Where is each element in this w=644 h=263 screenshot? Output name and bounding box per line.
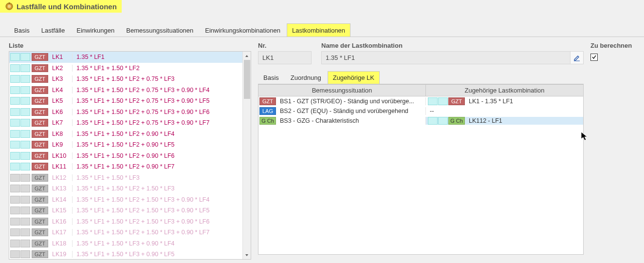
edit-name-button[interactable]: [570, 51, 584, 64]
list-item[interactable]: GZTLK41.35 * LF1 + 1.50 * LF2 + 0.75 * L…: [9, 85, 242, 96]
list-item[interactable]: GZTLK191.35 * LF1 + 1.50 * LF3 + 0.90 * …: [9, 249, 242, 259]
assignment-table-header: Bemessungssituation Zugehörige Lastkombi…: [258, 85, 583, 96]
assignment-row[interactable]: LAGBS2 - GZT (EQU) - Ständig und vorüber…: [258, 106, 583, 116]
combination-text: LK112 - LF1: [467, 117, 502, 124]
list-item[interactable]: GZTLK91.35 * LF1 + 1.50 * LF2 + 0.90 * L…: [9, 139, 242, 150]
combinations-list[interactable]: GZTLK11.35 * LF1GZTLK21.35 * LF1 + 1.50 …: [9, 51, 251, 260]
item-id: LK13: [51, 185, 73, 192]
item-description: 1.35 * LF1 + 1.50 * LF2 + 0.90 * LF4: [73, 131, 175, 137]
item-description: 1.35 * LF1 + 1.50 * LF2: [73, 65, 140, 72]
item-id: LK19: [51, 251, 73, 258]
item-id: LK7: [51, 119, 73, 126]
list-item[interactable]: GZTLK51.35 * LF1 + 1.50 * LF2 + 0.75 * L…: [9, 95, 242, 107]
name-field[interactable]: [321, 51, 570, 64]
assignment-row[interactable]: GZTBS1 - GZT (STR/GEO) - Ständig und vor…: [258, 96, 583, 106]
color-swatches: [9, 108, 32, 116]
item-description: 1.35 * LF1 + 1.50 * LF2 + 0.75 * LF3 + 0…: [73, 109, 209, 115]
color-swatches: [9, 119, 32, 127]
tab-einwirkungskombinationen[interactable]: Einwirkungskombinationen: [200, 23, 286, 37]
color-swatches: [9, 228, 32, 236]
item-description: 1.35 * LF1: [73, 54, 105, 60]
item-description: 1.35 * LF1 + 1.50 * LF3 + 0.90 * LF4: [73, 240, 175, 247]
type-badge: GZT: [32, 185, 48, 192]
tab-basis[interactable]: Basis: [9, 23, 35, 37]
type-badge: GZT: [448, 97, 465, 105]
list-item[interactable]: GZTLK161.35 * LF1 + 1.50 * LF2 + 1.50 * …: [9, 216, 242, 227]
list-item[interactable]: GZTLK151.35 * LF1 + 1.50 * LF2 + 1.50 * …: [9, 205, 242, 216]
sub-tabs: BasisZuordnungZugehörige LK: [258, 71, 584, 84]
color-swatches: [9, 53, 32, 61]
list-item[interactable]: GZTLK121.35 * LF1 + 1.50 * LF3: [9, 172, 242, 184]
nr-field[interactable]: [258, 51, 312, 64]
color-swatches: [9, 196, 32, 204]
color-swatches: [9, 163, 32, 170]
type-badge: GZT: [32, 141, 48, 149]
tab-einwirkungen[interactable]: Einwirkungen: [71, 23, 120, 37]
item-description: 1.35 * LF1 + 1.50 * LF2 + 0.90 * LF7: [73, 163, 175, 170]
item-description: 1.35 * LF1 + 1.50 * LF3 + 0.90 * LF5: [73, 251, 175, 258]
item-id: LK3: [51, 75, 73, 82]
list-item[interactable]: GZTLK141.35 * LF1 + 1.50 * LF2 + 1.50 * …: [9, 194, 242, 206]
list-item[interactable]: GZTLK11.35 * LF1: [9, 52, 242, 63]
item-description: 1.35 * LF1 + 1.50 * LF2 + 1.50 * LF3 + 0…: [73, 229, 209, 236]
list-item[interactable]: GZTLK111.35 * LF1 + 1.50 * LF2 + 0.90 * …: [9, 161, 242, 172]
item-description: 1.35 * LF1 + 1.50 * LF2 + 1.50 * LF3: [73, 185, 175, 192]
item-id: LK1: [51, 54, 73, 60]
item-description: 1.35 * LF1 + 1.50 * LF2 + 0.90 * LF6: [73, 152, 175, 159]
item-description: 1.35 * LF1 + 1.50 * LF2 + 1.50 * LF3 + 0…: [73, 196, 209, 203]
list-item[interactable]: GZTLK21.35 * LF1 + 1.50 * LF2: [9, 63, 242, 74]
list-item[interactable]: GZTLK131.35 * LF1 + 1.50 * LF2 + 1.50 * …: [9, 183, 242, 194]
scrollbar-vertical[interactable]: [242, 52, 251, 259]
type-badge: GZT: [32, 163, 48, 170]
compute-checkbox[interactable]: [590, 54, 598, 61]
list-item[interactable]: GZTLK61.35 * LF1 + 1.50 * LF2 + 0.75 * L…: [9, 107, 242, 118]
item-id: LK14: [51, 196, 73, 203]
item-description: 1.35 * LF1 + 1.50 * LF2 + 0.90 * LF5: [73, 141, 175, 148]
subtab-basis[interactable]: Basis: [258, 71, 284, 84]
item-description: 1.35 * LF1 + 1.50 * LF2 + 0.75 * LF3 + 0…: [73, 119, 209, 126]
list-item[interactable]: GZTLK31.35 * LF1 + 1.50 * LF2 + 0.75 * L…: [9, 74, 242, 85]
color-swatches: [427, 97, 448, 105]
col-combination-header: Zugehörige Lastkombination: [426, 85, 583, 96]
subtab-zuordnung[interactable]: Zuordnung: [285, 71, 327, 84]
color-swatches: [427, 117, 448, 125]
type-badge: GZT: [32, 174, 48, 182]
window-title-text: Lastfälle und Kombinationen: [17, 2, 117, 11]
window-title: Lastfälle und Kombinationen: [0, 0, 122, 13]
type-badge: GZT: [32, 75, 48, 83]
tab-lastfälle[interactable]: Lastfälle: [36, 23, 70, 37]
item-description: 1.35 * LF1 + 1.50 * LF3: [73, 174, 140, 181]
color-swatches: [9, 240, 32, 247]
type-badge: GZT: [32, 97, 48, 105]
color-swatches: [9, 174, 32, 182]
scroll-up-button[interactable]: [243, 52, 251, 60]
situation-text: BS1 - GZT (STR/GEO) - Ständig und vorübe…: [278, 98, 414, 105]
color-swatches: [9, 152, 32, 160]
assignment-table: Bemessungssituation Zugehörige Lastkombi…: [258, 84, 584, 255]
type-badge: GZT: [32, 152, 48, 160]
situation-text: BS2 - GZT (EQU) - Ständig und vorübergeh…: [278, 108, 408, 114]
main-tabs: BasisLastfälleEinwirkungenBemessungssitu…: [0, 23, 644, 37]
assignment-row[interactable]: G ChBS3 - GZG - CharakteristischG ChLK11…: [258, 116, 583, 126]
list-item[interactable]: GZTLK81.35 * LF1 + 1.50 * LF2 + 0.90 * L…: [9, 129, 242, 140]
color-swatches: [9, 141, 32, 149]
color-swatches: [9, 86, 32, 94]
scrollbar-thumb[interactable]: [244, 60, 250, 99]
tab-bemessungssituationen[interactable]: Bemessungssituationen: [121, 23, 199, 37]
item-id: LK4: [51, 87, 73, 94]
list-item[interactable]: GZTLK171.35 * LF1 + 1.50 * LF2 + 1.50 * …: [9, 227, 242, 238]
item-id: LK5: [51, 97, 73, 104]
tab-lastkombinationen[interactable]: Lastkombinationen: [287, 23, 350, 37]
scroll-down-button[interactable]: [243, 251, 251, 259]
subtab-zugehörige-lk[interactable]: Zugehörige LK: [328, 71, 380, 84]
item-description: 1.35 * LF1 + 1.50 * LF2 + 1.50 * LF3 + 0…: [73, 218, 209, 225]
type-badge: LAG: [259, 107, 276, 115]
list-item[interactable]: GZTLK181.35 * LF1 + 1.50 * LF3 + 0.90 * …: [9, 238, 242, 249]
list-item[interactable]: GZTLK101.35 * LF1 + 1.50 * LF2 + 0.90 * …: [9, 150, 242, 162]
col-situation-header: Bemessungssituation: [258, 85, 426, 96]
type-badge: GZT: [32, 228, 48, 236]
app-icon: [5, 2, 14, 11]
item-id: LK2: [51, 65, 73, 72]
type-badge: GZT: [32, 196, 48, 204]
list-item[interactable]: GZTLK71.35 * LF1 + 1.50 * LF2 + 0.75 * L…: [9, 117, 242, 129]
